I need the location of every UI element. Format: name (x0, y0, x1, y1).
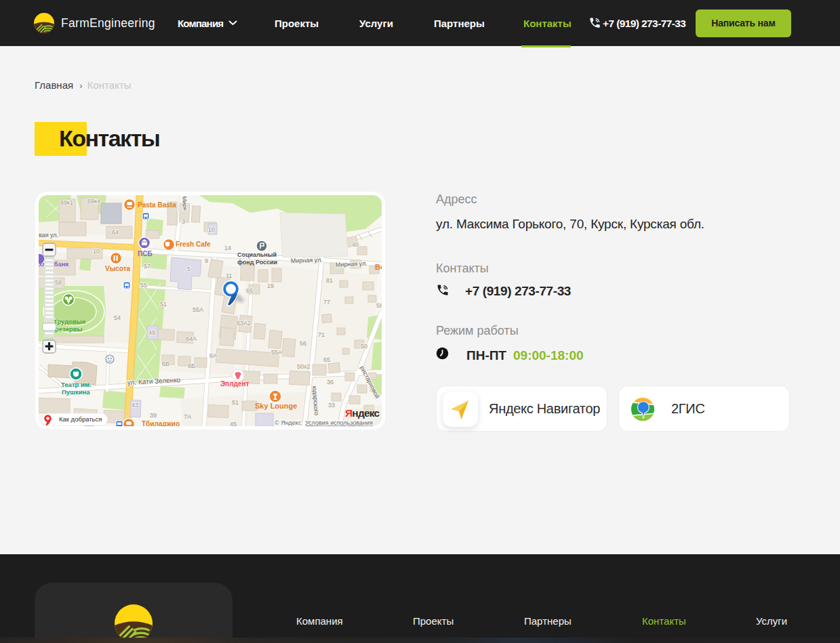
svg-text:6А: 6А (209, 352, 217, 359)
svg-text:81: 81 (326, 277, 333, 284)
svg-text:36: 36 (327, 379, 334, 386)
svg-text:69к4: 69к4 (87, 198, 100, 205)
svg-text:65: 65 (246, 287, 253, 294)
svg-text:39: 39 (150, 412, 157, 419)
svg-text:55: 55 (140, 282, 147, 289)
svg-text:ПСБ: ПСБ (138, 250, 153, 257)
svg-text:Тбиладжио: Тбиладжио (142, 420, 180, 426)
svg-text:11: 11 (226, 272, 232, 279)
svg-text:50х2: 50х2 (297, 363, 311, 370)
svg-text:40: 40 (352, 241, 359, 248)
svg-text:49: 49 (148, 329, 155, 336)
svg-text:58: 58 (376, 302, 382, 309)
svg-text:Sky Lounge: Sky Lounge (255, 402, 297, 410)
svg-text:Мирная ул.: Мирная ул. (291, 256, 323, 264)
svg-text:Театр им.: Театр им. (61, 381, 92, 388)
svg-text:57: 57 (144, 263, 151, 270)
svg-text:54: 54 (114, 314, 121, 321)
svg-text:Во: Во (375, 263, 382, 271)
svg-text:51: 51 (160, 301, 167, 308)
svg-text:Социальный: Социальный (237, 251, 277, 258)
svg-text:Эплдент: Эплдент (220, 380, 249, 388)
svg-text:14: 14 (224, 245, 231, 251)
svg-text:вая ул.: вая ул. (39, 232, 58, 238)
svg-text:Яндекс: Яндекс (345, 407, 380, 419)
svg-text:Pasta Basta: Pasta Basta (138, 201, 176, 209)
svg-text:56: 56 (300, 340, 306, 347)
svg-text:Vысота: Vысота (105, 265, 131, 272)
svg-text:71: 71 (318, 331, 325, 338)
svg-text:10: 10 (93, 248, 100, 255)
svg-text:64: 64 (112, 229, 119, 236)
svg-text:19: 19 (267, 283, 274, 289)
svg-text:Как добраться: Как добраться (59, 415, 102, 423)
svg-text:43: 43 (132, 402, 138, 409)
svg-text:Мирн: Мирн (181, 196, 188, 211)
svg-text:58: 58 (55, 279, 62, 286)
svg-text:Трудовые: Трудовые (54, 318, 85, 325)
svg-text:6Б: 6Б (188, 362, 195, 369)
svg-text:7А: 7А (184, 413, 191, 420)
svg-text:резервы: резервы (55, 325, 83, 333)
svg-text:63А2: 63А2 (237, 320, 251, 327)
svg-text:3: 3 (182, 218, 185, 225)
svg-text:9: 9 (205, 257, 208, 264)
svg-text:69к1: 69к1 (60, 199, 73, 206)
svg-text:33: 33 (328, 402, 335, 409)
svg-text:Условия использования: Условия использования (305, 419, 373, 426)
svg-text:65: 65 (323, 356, 330, 363)
svg-text:55А: 55А (271, 349, 282, 356)
svg-text:5: 5 (187, 266, 191, 272)
svg-text:Fresh Cafe: Fresh Cafe (176, 241, 211, 248)
svg-text:64А: 64А (186, 335, 197, 342)
svg-text:Пушкина: Пушкина (62, 388, 90, 396)
svg-text:45: 45 (230, 421, 237, 426)
svg-text:77: 77 (323, 299, 330, 306)
svg-text:© Яндекс: © Яндекс (275, 419, 302, 426)
svg-text:55А: 55А (193, 306, 203, 313)
svg-text:51: 51 (232, 399, 239, 406)
svg-text:фонд России: фонд России (237, 259, 277, 266)
svg-text:50: 50 (361, 343, 367, 350)
svg-text:6В: 6В (162, 360, 169, 367)
svg-text:10: 10 (208, 226, 215, 233)
